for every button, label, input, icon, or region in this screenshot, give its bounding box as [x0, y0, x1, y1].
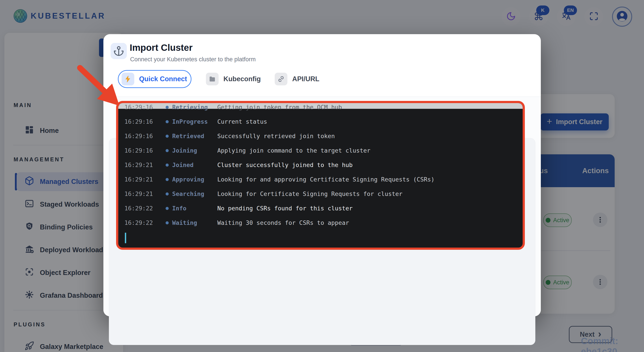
- import-cluster-modal: Import Cluster Connect your Kubernetes c…: [104, 34, 541, 316]
- bullet-icon: [166, 120, 169, 123]
- modal-subtitle: Connect your Kubernetes cluster to the p…: [130, 56, 256, 63]
- terminal-output[interactable]: 16:29:16RetrievingGetting join token fro…: [116, 101, 525, 250]
- log-status: InProgress: [172, 117, 208, 127]
- tab-label: API/URL: [292, 75, 319, 83]
- log-row: 16:29:16JoiningApplying join command to …: [118, 146, 523, 156]
- log-message: Applying join command to the target clus…: [217, 146, 370, 156]
- log-row: 16:29:21JoinedCluster successfully joine…: [118, 160, 523, 170]
- log-message: Looking for and approving Certificate Si…: [217, 174, 434, 185]
- terminal-cursor: [125, 233, 126, 243]
- log-message: Successfully retrieved join token: [217, 131, 335, 141]
- log-message: Current status: [217, 117, 267, 127]
- log-message: Cluster successfully joined to the hub: [217, 160, 353, 170]
- bullet-icon: [166, 178, 169, 181]
- log-status: Joined: [172, 160, 194, 170]
- log-row: 16:29:21ApprovingLooking for and approvi…: [118, 174, 523, 185]
- bullet-icon: [166, 106, 169, 109]
- log-time: 16:29:21: [124, 160, 153, 170]
- log-row: 16:29:16RetrievedSuccessfully retrieved …: [118, 131, 523, 141]
- modal-title: Import Cluster: [130, 42, 192, 53]
- log-message: Looking for Certificate Signing Requests…: [217, 189, 402, 199]
- bullet-icon: [166, 135, 169, 138]
- log-time: 16:29:21: [124, 174, 153, 185]
- bullet-icon: [166, 221, 169, 224]
- tab-label: Quick Connect: [139, 75, 187, 83]
- log-message: Waiting 30 seconds for CSRs to appear: [217, 218, 349, 228]
- screen: KUBESTELLAR ⌘ K: [0, 0, 644, 352]
- bullet-icon: [166, 149, 169, 152]
- log-status: Waiting: [172, 218, 197, 228]
- log-time: 16:29:16: [124, 117, 153, 127]
- tab-label: Kubeconfig: [224, 75, 261, 83]
- tab-api-url[interactable]: API/URL: [275, 70, 319, 88]
- log-status: Joining: [172, 146, 197, 156]
- bullet-icon: [166, 207, 169, 210]
- log-time: 16:29:22: [124, 203, 153, 213]
- log-row: 16:29:16RetrievingGetting join token fro…: [118, 102, 523, 112]
- log-row: 16:29:16InProgressCurrent status: [118, 117, 523, 127]
- bullet-icon: [166, 164, 169, 167]
- log-row: 16:29:22InfoNo pending CSRs found for th…: [118, 203, 523, 213]
- log-row: 16:29:22WaitingWaiting 30 seconds for CS…: [118, 218, 523, 228]
- log-row: 16:29:21SearchingLooking for Certificate…: [118, 189, 523, 199]
- anchor-icon: [110, 43, 127, 59]
- log-status: Approving: [172, 174, 204, 185]
- log-status: Info: [172, 203, 186, 213]
- log-time: 16:29:16: [124, 146, 153, 156]
- bullet-icon: [166, 192, 169, 195]
- log-message: Getting join token from the OCM hub: [217, 102, 342, 112]
- log-time: 16:29:22: [124, 218, 153, 228]
- tab-kubeconfig[interactable]: Kubeconfig: [206, 70, 261, 88]
- tab-quick-connect[interactable]: Quick Connect: [118, 70, 192, 88]
- link-icon: [275, 73, 288, 85]
- log-time: 16:29:16: [124, 131, 153, 141]
- log-message: No pending CSRs found for this cluster: [217, 203, 353, 213]
- lightning-icon: [122, 73, 134, 85]
- folder-icon: [206, 73, 218, 85]
- log-status: Searching: [172, 189, 204, 199]
- log-status: Retrieving: [172, 102, 208, 112]
- log-status: Retrieved: [172, 131, 204, 141]
- log-time: 16:29:21: [124, 189, 153, 199]
- log-time: 16:29:16: [124, 102, 153, 112]
